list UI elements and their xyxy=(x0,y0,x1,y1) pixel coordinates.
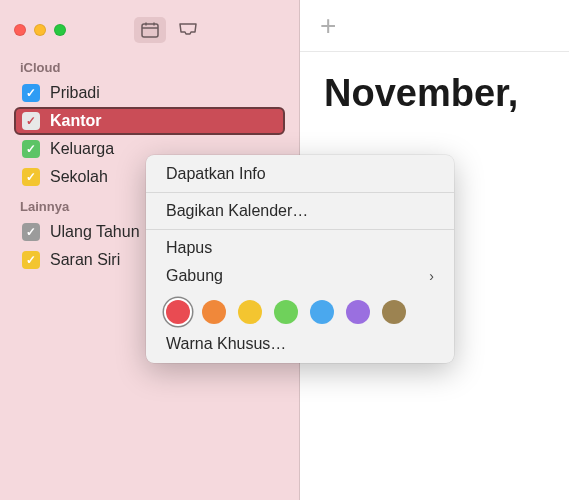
color-swatch-purple[interactable] xyxy=(346,300,370,324)
menu-item-get-info[interactable]: Dapatkan Info xyxy=(146,160,454,188)
minimize-button[interactable] xyxy=(34,24,46,36)
menu-item-delete[interactable]: Hapus xyxy=(146,234,454,262)
color-swatch-green[interactable] xyxy=(274,300,298,324)
calendar-checkbox[interactable]: ✓ xyxy=(22,168,40,186)
svg-rect-0 xyxy=(142,24,158,37)
color-swatch-yellow[interactable] xyxy=(238,300,262,324)
color-swatch-blue[interactable] xyxy=(310,300,334,324)
menu-item-label: Hapus xyxy=(166,239,212,257)
calendar-checkbox[interactable]: ✓ xyxy=(22,84,40,102)
zoom-button[interactable] xyxy=(54,24,66,36)
titlebar xyxy=(0,8,299,52)
menu-item-custom-color[interactable]: Warna Khusus… xyxy=(146,330,454,358)
menu-item-share-calendar[interactable]: Bagikan Kalender… xyxy=(146,197,454,225)
calendar-item-kantor[interactable]: ✓Kantor xyxy=(14,107,285,135)
calendar-label: Saran Siri xyxy=(50,251,120,269)
menu-item-label: Bagikan Kalender… xyxy=(166,202,308,220)
calendar-item-pribadi[interactable]: ✓Pribadi xyxy=(14,79,285,107)
month-title: November, xyxy=(300,52,569,135)
calendar-label: Ulang Tahun xyxy=(50,223,140,241)
section-header-icloud[interactable]: iCloud xyxy=(0,52,299,79)
calendar-label: Sekolah xyxy=(50,168,108,186)
context-menu: Dapatkan InfoBagikan Kalender…HapusGabun… xyxy=(146,155,454,363)
calendar-checkbox[interactable]: ✓ xyxy=(22,112,40,130)
menu-item-label: Gabung xyxy=(166,267,223,285)
calendar-label: Kantor xyxy=(50,112,102,130)
calendar-checkbox[interactable]: ✓ xyxy=(22,223,40,241)
calendar-checkbox[interactable]: ✓ xyxy=(22,251,40,269)
inbox-button[interactable] xyxy=(172,17,204,43)
menu-item-label: Warna Khusus… xyxy=(166,335,286,353)
menu-item-label: Dapatkan Info xyxy=(166,165,266,183)
color-swatch-orange[interactable] xyxy=(202,300,226,324)
inbox-icon xyxy=(178,22,198,38)
menu-separator xyxy=(146,192,454,193)
color-swatches xyxy=(146,290,454,330)
calendar-checkbox[interactable]: ✓ xyxy=(22,140,40,158)
close-button[interactable] xyxy=(14,24,26,36)
menu-item-merge[interactable]: Gabung› xyxy=(146,262,454,290)
calendar-label: Pribadi xyxy=(50,84,100,102)
calendar-icon xyxy=(141,22,159,38)
color-swatch-brown[interactable] xyxy=(382,300,406,324)
window-controls xyxy=(14,24,66,36)
add-event-button[interactable]: + xyxy=(320,10,336,42)
main-toolbar: + xyxy=(300,0,569,52)
calendar-view-button[interactable] xyxy=(134,17,166,43)
menu-separator xyxy=(146,229,454,230)
color-swatch-red[interactable] xyxy=(166,300,190,324)
calendar-label: Keluarga xyxy=(50,140,114,158)
chevron-right-icon: › xyxy=(429,268,434,284)
